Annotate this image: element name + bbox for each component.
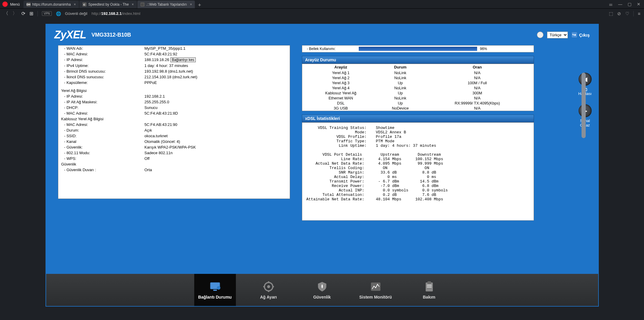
- menu-icon[interactable]: ≡: [638, 11, 640, 16]
- browser-tab-active[interactable]: ▤ .::Web Tabanlı Yapılandırı ×: [137, 1, 195, 8]
- zyxel-logo: ZyXEL: [54, 29, 86, 41]
- memory-bar: [359, 47, 477, 51]
- disconnect-button[interactable]: Bağlantıyı kes: [170, 57, 196, 62]
- tab-label: Speedtest by Ookla - The: [88, 2, 129, 7]
- chart-icon: [369, 280, 382, 293]
- model-label: VMG3312-B10B: [92, 32, 131, 38]
- svg-rect-12: [427, 285, 432, 285]
- wan-name-label: - WAN Adı:: [58, 46, 142, 51]
- tab-label: .::Web Tabanlı Yapılandırı: [146, 2, 187, 7]
- scrollbar[interactable]: [581, 73, 586, 278]
- favicon-icon: ▤: [140, 2, 145, 7]
- shield-icon: [316, 280, 328, 293]
- reload-button[interactable]: ⟳: [21, 11, 25, 16]
- clipboard-icon: [423, 280, 435, 293]
- speed-dial-icon[interactable]: ⊞: [29, 11, 33, 16]
- snapshot-icon[interactable]: ⬚: [609, 11, 613, 16]
- svg-rect-11: [427, 281, 431, 284]
- back-button[interactable]: 〈: [4, 10, 8, 17]
- opera-logo-icon[interactable]: [2, 1, 8, 7]
- svg-point-4: [267, 285, 270, 288]
- table-row: Kablosuz Yerel AğUp300M: [302, 90, 534, 96]
- tab-label: https://forum.donanimha: [32, 2, 71, 7]
- memory-percent: 96%: [480, 47, 534, 51]
- minimize-button[interactable]: —: [618, 2, 622, 7]
- language-select[interactable]: Türkçe: [547, 32, 568, 38]
- xdsl-stats: VDSL Training Status: Showtime Mode: VDS…: [302, 122, 534, 221]
- vpn-badge[interactable]: VPN: [42, 11, 52, 16]
- nav-security[interactable]: Güvenlik: [301, 280, 343, 299]
- logout-icon: ↪: [571, 32, 577, 38]
- table-row: 3G USBNoDeviceN/A: [302, 106, 534, 111]
- close-icon[interactable]: ×: [190, 2, 192, 7]
- gear-icon: [262, 280, 275, 293]
- svg-rect-13: [427, 287, 432, 287]
- nav-system-monitor[interactable]: Sistem Monitörü: [355, 280, 397, 299]
- svg-rect-1: [213, 290, 217, 291]
- favicon-icon: DH: [26, 2, 31, 7]
- memory-label: - Bellek Kullanımı:: [302, 47, 359, 51]
- nav-network-settings[interactable]: Ağ Ayarı: [248, 280, 289, 299]
- new-tab-button[interactable]: +: [195, 2, 203, 8]
- close-window-button[interactable]: ✕: [637, 2, 640, 7]
- memory-panel: - Bellek Kullanımı: 96%: [302, 45, 534, 52]
- lan-section-title: Yerel Ağ Bilgisi: [58, 88, 290, 93]
- table-row: DSLUpRX:99999/ TX:4095(Kbps): [302, 101, 534, 106]
- browser-tab[interactable]: DH https://forum.donanimha ×: [23, 1, 79, 8]
- table-row: Yerel Ağ 2NoLinkN/A: [302, 75, 534, 80]
- address-bar[interactable]: http://192.168.2.1/index.html: [92, 11, 140, 16]
- close-icon[interactable]: ×: [74, 2, 76, 7]
- nav-maintenance[interactable]: Bakım: [408, 280, 450, 299]
- browser-tab[interactable]: ◐ Speedtest by Ookla - The ×: [79, 1, 137, 8]
- avatar-icon: [537, 32, 543, 38]
- svg-point-2: [217, 286, 220, 290]
- table-row: Yerel Ağ 3Up100M / Full: [302, 80, 534, 85]
- table-row: Yerel Ağ 1NoLinkN/A: [302, 70, 534, 75]
- easy-setup-icon[interactable]: ⚌: [609, 2, 613, 7]
- monitor-icon: [209, 280, 221, 293]
- table-row: Ethernet WANNoLinkN/A: [302, 96, 534, 101]
- nav-connection-status[interactable]: Bağlantı Durumu: [194, 274, 236, 306]
- forward-button: 〉: [12, 10, 17, 17]
- favicon-icon: ◐: [82, 2, 87, 7]
- globe-icon: 🌐: [56, 11, 61, 16]
- logout-button[interactable]: ↪ Çıkış: [571, 32, 590, 38]
- security-section-title: Güvenlik: [58, 161, 290, 167]
- menu-button[interactable]: Menü: [10, 2, 20, 7]
- table-row: Yerel Ağ 4NoLinkN/A: [302, 85, 534, 90]
- interface-table: ArayüzDurumOran Yerel Ağ 1NoLinkN/A Yere…: [302, 64, 534, 111]
- connection-info-panel: - WAN Adı:MyISP_PTM_35/ppp1.1 - MAC Adre…: [58, 45, 290, 199]
- security-label: Güvenli değil: [65, 11, 87, 16]
- heart-icon[interactable]: ♡: [625, 11, 629, 16]
- interface-status-header: Arayüz Durumu: [302, 56, 534, 64]
- close-icon[interactable]: ×: [132, 2, 134, 7]
- adblock-icon[interactable]: ⊘: [617, 11, 621, 16]
- wlan-section-title: Kablosuz Yerel Ağ Bilgisi: [58, 116, 290, 122]
- router-page: ZyXEL VMG3312-B10B Türkçe ↪ Çıkış: [46, 24, 599, 307]
- xdsl-header: xDSL İstatistikleri: [302, 115, 534, 122]
- maximize-button[interactable]: ▢: [628, 2, 632, 7]
